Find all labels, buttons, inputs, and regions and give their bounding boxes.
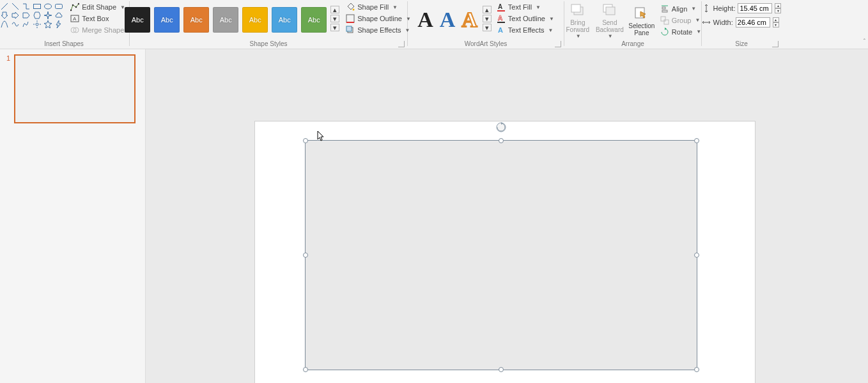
shape-style-3[interactable]: Abc <box>183 7 209 33</box>
shape-line2-icon[interactable] <box>12 3 19 10</box>
resize-handle-sw[interactable] <box>303 367 308 372</box>
shape-outline-label: Shape Outline <box>357 15 402 22</box>
resize-handle-n[interactable] <box>499 138 504 143</box>
collapse-ribbon-icon[interactable]: ˆ <box>864 38 865 45</box>
selected-shape[interactable] <box>305 140 697 370</box>
rotate-button[interactable]: Rotate▼ <box>658 26 704 38</box>
shape-star4-icon[interactable] <box>44 12 52 19</box>
dialog-launcher-shape-styles[interactable] <box>398 41 405 47</box>
group-label-insert-shapes: Insert Shapes <box>0 40 128 47</box>
shape-freeform-icon[interactable] <box>12 20 19 28</box>
wordart-style-1[interactable]: A <box>417 9 433 31</box>
shape-cloud-icon[interactable] <box>55 12 63 19</box>
dropdown-caret-icon: ▼ <box>576 33 581 39</box>
dropdown-caret-icon: ▼ <box>696 29 701 35</box>
shape-lightning-icon[interactable] <box>55 20 63 28</box>
resize-handle-se[interactable] <box>694 367 699 372</box>
text-fill-button[interactable]: A Text Fill▼ <box>494 1 557 13</box>
spin-down-icon[interactable]: ▾ <box>773 22 779 27</box>
dropdown-caret-icon: ▼ <box>548 27 553 33</box>
spin-up-icon[interactable]: ▴ <box>775 3 781 8</box>
align-button[interactable]: Align▼ <box>658 3 704 15</box>
resize-handle-e[interactable] <box>694 253 699 258</box>
shape-pentagon-icon[interactable] <box>22 12 30 19</box>
shape-style-7[interactable]: Abc <box>301 7 327 33</box>
wordart-gallery[interactable]: A A A <box>415 6 480 31</box>
spin-down-icon[interactable]: ▾ <box>775 8 781 13</box>
wordart-style-3[interactable]: A <box>461 9 477 31</box>
rotate-handle[interactable] <box>495 121 507 133</box>
merge-shapes-icon <box>70 26 79 35</box>
wordart-gallery-more[interactable]: ▴ ▾ ▾ <box>483 6 492 31</box>
svg-rect-25 <box>346 26 352 31</box>
selection-pane-button[interactable]: Selection Pane <box>626 4 658 36</box>
gallery-up-icon[interactable]: ▴ <box>330 6 339 13</box>
ribbon: Edit Shape▼ A Text Box Merge Shapes▼ Ins… <box>0 0 868 49</box>
text-outline-button[interactable]: A Text Outline▼ <box>494 13 557 24</box>
shapes-gallery[interactable] <box>0 1 64 28</box>
group-label-arrange: Arrange <box>566 40 700 47</box>
shape-scribble-icon[interactable] <box>22 20 30 28</box>
shape-hexagon-icon[interactable] <box>33 12 41 19</box>
shape-roundrect-icon[interactable] <box>55 3 63 10</box>
gallery-expand-icon[interactable]: ▾ <box>330 24 339 31</box>
slide-thumbnail[interactable] <box>14 54 136 123</box>
gallery-more[interactable]: ▴ ▾ ▾ <box>330 6 339 31</box>
shape-rect-icon[interactable] <box>33 3 41 10</box>
svg-rect-5 <box>34 4 41 9</box>
shape-effects-button[interactable]: Shape Effects▼ <box>343 24 414 36</box>
text-outline-label: Text Outline <box>508 15 545 22</box>
group-shape-styles: Abc Abc Abc Abc Abc Abc Abc ▴ ▾ ▾ Shape … <box>131 0 406 49</box>
shape-style-1[interactable]: Abc <box>125 7 150 33</box>
shape-arrow-down-icon[interactable] <box>1 12 8 19</box>
width-input[interactable] <box>736 17 770 27</box>
spin-up-icon[interactable]: ▴ <box>773 17 779 22</box>
svg-point-15 <box>75 6 77 8</box>
shape-sun-icon[interactable] <box>33 20 41 28</box>
resize-handle-s[interactable] <box>499 367 504 372</box>
swatch-text: Abc <box>161 16 173 24</box>
shape-oval-icon[interactable] <box>44 3 52 10</box>
shape-style-gallery[interactable]: Abc Abc Abc Abc Abc Abc Abc <box>123 4 328 33</box>
dialog-launcher-size[interactable] <box>772 41 779 47</box>
shape-outline-button[interactable]: Shape Outline▼ <box>343 13 414 24</box>
shape-arrow-right-icon[interactable] <box>12 12 19 19</box>
gallery-expand-icon[interactable]: ▾ <box>483 24 492 31</box>
shape-style-5[interactable]: Abc <box>242 7 268 33</box>
group-wordart-styles: A A A ▴ ▾ ▾ A Text Fill▼ A Text Outline▼ <box>409 0 562 49</box>
group-insert-shapes: Edit Shape▼ A Text Box Merge Shapes▼ Ins… <box>0 0 128 49</box>
shape-line-icon[interactable] <box>1 3 8 10</box>
send-backward-button[interactable]: Send Backward▼ <box>594 1 626 39</box>
gallery-down-icon[interactable]: ▾ <box>330 15 339 22</box>
shape-style-6[interactable]: Abc <box>272 7 297 33</box>
bring-forward-button[interactable]: Bring Forward▼ <box>562 1 594 39</box>
svg-line-4 <box>12 3 19 10</box>
resize-handle-w[interactable] <box>303 253 308 258</box>
text-effects-button[interactable]: A Text Effects▼ <box>494 24 557 36</box>
dropdown-caret-icon: ▼ <box>691 6 696 12</box>
shape-fill-button[interactable]: Shape Fill▼ <box>343 1 414 13</box>
group-button[interactable]: Group▼ <box>658 15 704 26</box>
resize-handle-ne[interactable] <box>694 138 699 143</box>
shape-style-2[interactable]: Abc <box>154 7 180 33</box>
width-field[interactable]: Width: ▴▾ <box>702 17 782 27</box>
resize-handle-nw[interactable] <box>303 138 308 143</box>
shape-style-4[interactable]: Abc <box>213 7 238 33</box>
width-spinner[interactable]: ▴▾ <box>773 17 779 27</box>
height-label: Height: <box>713 4 736 12</box>
shape-star5-icon[interactable] <box>44 20 52 28</box>
wordart-style-2[interactable]: A <box>440 9 456 31</box>
shape-connector-icon[interactable] <box>22 3 30 10</box>
gallery-up-icon[interactable]: ▴ <box>483 6 492 13</box>
slide-canvas-area[interactable] <box>146 49 868 383</box>
slide-panel[interactable]: 1 <box>0 49 146 383</box>
shape-curve-icon[interactable] <box>1 20 8 28</box>
height-field[interactable]: Height: ▴▾ <box>702 3 782 13</box>
height-spinner[interactable]: ▴▾ <box>775 3 781 13</box>
svg-point-8 <box>36 23 38 26</box>
gallery-down-icon[interactable]: ▾ <box>483 15 492 22</box>
dropdown-caret-icon: ▼ <box>695 17 700 23</box>
height-input[interactable] <box>738 3 772 13</box>
slide-thumbnail-wrap[interactable]: 1 <box>6 54 139 123</box>
dialog-launcher-wordart[interactable] <box>555 41 561 47</box>
